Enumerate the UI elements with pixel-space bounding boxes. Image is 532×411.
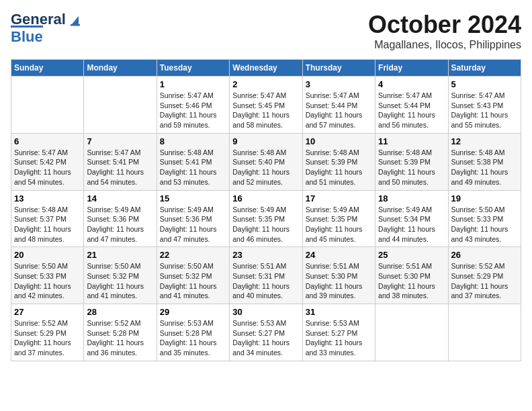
daylight-text: Daylight: 11 hours and 49 minutes. (451, 168, 508, 186)
sunrise-text: Sunrise: 5:48 AM (378, 148, 432, 156)
logo-blue: Blue (11, 26, 43, 46)
day-info: Sunrise: 5:49 AM Sunset: 5:35 PM Dayligh… (232, 205, 299, 244)
sunset-text: Sunset: 5:36 PM (160, 215, 212, 223)
day-info: Sunrise: 5:48 AM Sunset: 5:37 PM Dayligh… (14, 205, 81, 244)
sunrise-text: Sunrise: 5:47 AM (87, 148, 140, 156)
calendar-cell: 27 Sunrise: 5:52 AM Sunset: 5:29 PM Dayl… (11, 304, 84, 361)
calendar-cell: 28 Sunrise: 5:52 AM Sunset: 5:28 PM Dayl… (84, 304, 157, 361)
calendar-cell: 24 Sunrise: 5:51 AM Sunset: 5:30 PM Dayl… (302, 247, 375, 304)
day-number: 8 (160, 136, 226, 146)
sunset-text: Sunset: 5:33 PM (14, 272, 66, 280)
sunrise-text: Sunrise: 5:51 AM (306, 262, 359, 270)
svg-marker-0 (72, 16, 79, 24)
day-number: 2 (232, 79, 299, 89)
daylight-text: Daylight: 11 hours and 35 minutes. (160, 338, 217, 357)
sunset-text: Sunset: 5:30 PM (378, 272, 431, 280)
svg-rect-1 (71, 24, 80, 26)
calendar-week-row: 20 Sunrise: 5:50 AM Sunset: 5:33 PM Dayl… (11, 247, 521, 304)
calendar-week-row: 13 Sunrise: 5:48 AM Sunset: 5:37 PM Dayl… (11, 190, 521, 247)
calendar-cell: 21 Sunrise: 5:50 AM Sunset: 5:32 PM Dayl… (84, 247, 157, 304)
sunrise-text: Sunrise: 5:47 AM (160, 91, 214, 99)
day-number: 9 (232, 136, 299, 146)
calendar-cell (375, 304, 448, 361)
calendar-cell: 22 Sunrise: 5:50 AM Sunset: 5:32 PM Dayl… (157, 247, 229, 304)
calendar-cell (84, 77, 157, 134)
calendar-cell: 4 Sunrise: 5:47 AM Sunset: 5:44 PM Dayli… (375, 77, 448, 134)
daylight-text: Daylight: 11 hours and 47 minutes. (160, 225, 217, 243)
day-number: 25 (378, 250, 445, 260)
day-number: 20 (14, 250, 81, 260)
sunset-text: Sunset: 5:45 PM (232, 101, 285, 109)
sunrise-text: Sunrise: 5:48 AM (14, 205, 68, 214)
daylight-text: Daylight: 11 hours and 56 minutes. (378, 111, 435, 129)
sunrise-text: Sunrise: 5:52 AM (14, 319, 68, 327)
calendar-cell (448, 304, 521, 361)
calendar-cell: 23 Sunrise: 5:51 AM Sunset: 5:31 PM Dayl… (230, 247, 302, 304)
daylight-text: Daylight: 11 hours and 54 minutes. (14, 168, 71, 186)
day-info: Sunrise: 5:52 AM Sunset: 5:29 PM Dayligh… (451, 261, 518, 301)
weekday-header: Saturday (448, 60, 521, 77)
daylight-text: Daylight: 11 hours and 36 minutes. (87, 338, 144, 357)
sunrise-text: Sunrise: 5:50 AM (87, 262, 140, 270)
sunset-text: Sunset: 5:28 PM (160, 329, 212, 337)
daylight-text: Daylight: 11 hours and 33 minutes. (306, 338, 363, 357)
weekday-header: Sunday (11, 60, 84, 77)
day-number: 12 (451, 136, 518, 146)
daylight-text: Daylight: 11 hours and 42 minutes. (14, 282, 71, 300)
day-number: 22 (160, 250, 226, 260)
day-number: 21 (87, 250, 153, 260)
calendar-cell: 13 Sunrise: 5:48 AM Sunset: 5:37 PM Dayl… (11, 190, 84, 247)
sunset-text: Sunset: 5:43 PM (451, 101, 504, 109)
calendar-cell: 16 Sunrise: 5:49 AM Sunset: 5:35 PM Dayl… (230, 190, 302, 247)
day-number: 24 (306, 250, 372, 260)
day-number: 4 (378, 79, 445, 89)
calendar-cell (11, 77, 84, 134)
sunrise-text: Sunrise: 5:53 AM (232, 319, 286, 327)
daylight-text: Daylight: 11 hours and 40 minutes. (232, 282, 290, 300)
day-info: Sunrise: 5:51 AM Sunset: 5:31 PM Dayligh… (232, 261, 299, 301)
sunset-text: Sunset: 5:44 PM (306, 101, 358, 109)
daylight-text: Daylight: 11 hours and 50 minutes. (378, 168, 435, 186)
daylight-text: Daylight: 11 hours and 54 minutes. (87, 168, 144, 186)
sunset-text: Sunset: 5:35 PM (232, 215, 285, 223)
daylight-text: Daylight: 11 hours and 34 minutes. (232, 338, 290, 357)
weekday-header: Tuesday (157, 60, 229, 77)
page-subtitle: Magallanes, Ilocos, Philippines (368, 39, 521, 51)
calendar-cell: 7 Sunrise: 5:47 AM Sunset: 5:41 PM Dayli… (84, 133, 157, 190)
sunset-text: Sunset: 5:39 PM (378, 158, 431, 166)
sunset-text: Sunset: 5:41 PM (160, 158, 212, 166)
sunset-text: Sunset: 5:36 PM (87, 215, 139, 223)
calendar-cell: 8 Sunrise: 5:48 AM Sunset: 5:41 PM Dayli… (157, 133, 229, 190)
sunset-text: Sunset: 5:29 PM (14, 329, 66, 337)
sunrise-text: Sunrise: 5:49 AM (87, 205, 140, 214)
sunset-text: Sunset: 5:46 PM (160, 101, 212, 109)
calendar-table: SundayMondayTuesdayWednesdayThursdayFrid… (11, 59, 521, 361)
day-number: 29 (160, 307, 226, 317)
calendar-cell: 25 Sunrise: 5:51 AM Sunset: 5:30 PM Dayl… (375, 247, 448, 304)
calendar-cell: 12 Sunrise: 5:48 AM Sunset: 5:38 PM Dayl… (448, 133, 521, 190)
sunset-text: Sunset: 5:42 PM (14, 158, 66, 166)
title-block: October 2024 Magallanes, Ilocos, Philipp… (368, 11, 521, 51)
daylight-text: Daylight: 11 hours and 37 minutes. (14, 338, 71, 357)
sunrise-text: Sunrise: 5:47 AM (14, 148, 68, 156)
calendar-cell: 20 Sunrise: 5:50 AM Sunset: 5:33 PM Dayl… (11, 247, 84, 304)
day-number: 23 (232, 250, 299, 260)
sunrise-text: Sunrise: 5:50 AM (160, 262, 214, 270)
calendar-cell: 30 Sunrise: 5:53 AM Sunset: 5:27 PM Dayl… (230, 304, 302, 361)
sunrise-text: Sunrise: 5:48 AM (232, 148, 286, 156)
daylight-text: Daylight: 11 hours and 48 minutes. (14, 225, 71, 243)
calendar-cell: 29 Sunrise: 5:53 AM Sunset: 5:28 PM Dayl… (157, 304, 229, 361)
calendar-cell: 2 Sunrise: 5:47 AM Sunset: 5:45 PM Dayli… (230, 77, 302, 134)
calendar-cell: 6 Sunrise: 5:47 AM Sunset: 5:42 PM Dayli… (11, 133, 84, 190)
daylight-text: Daylight: 11 hours and 41 minutes. (160, 282, 217, 300)
day-number: 15 (160, 193, 226, 203)
sunset-text: Sunset: 5:34 PM (378, 215, 431, 223)
calendar-cell: 18 Sunrise: 5:49 AM Sunset: 5:34 PM Dayl… (375, 190, 448, 247)
day-info: Sunrise: 5:47 AM Sunset: 5:44 PM Dayligh… (306, 91, 372, 130)
day-info: Sunrise: 5:47 AM Sunset: 5:43 PM Dayligh… (451, 91, 518, 130)
day-info: Sunrise: 5:47 AM Sunset: 5:44 PM Dayligh… (378, 91, 445, 130)
sunrise-text: Sunrise: 5:47 AM (451, 91, 505, 99)
calendar-week-row: 6 Sunrise: 5:47 AM Sunset: 5:42 PM Dayli… (11, 133, 521, 190)
calendar-cell: 3 Sunrise: 5:47 AM Sunset: 5:44 PM Dayli… (302, 77, 375, 134)
sunset-text: Sunset: 5:39 PM (306, 158, 358, 166)
